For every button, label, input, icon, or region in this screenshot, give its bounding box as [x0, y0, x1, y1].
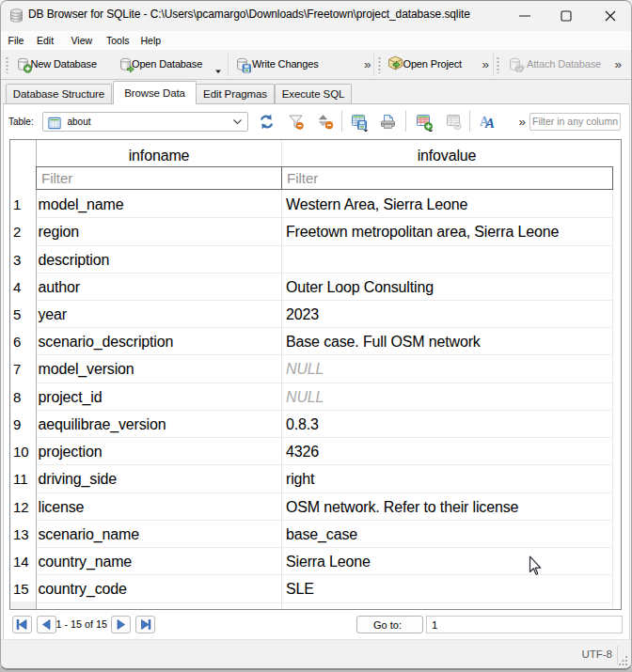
svg-text:A: A: [484, 116, 495, 130]
